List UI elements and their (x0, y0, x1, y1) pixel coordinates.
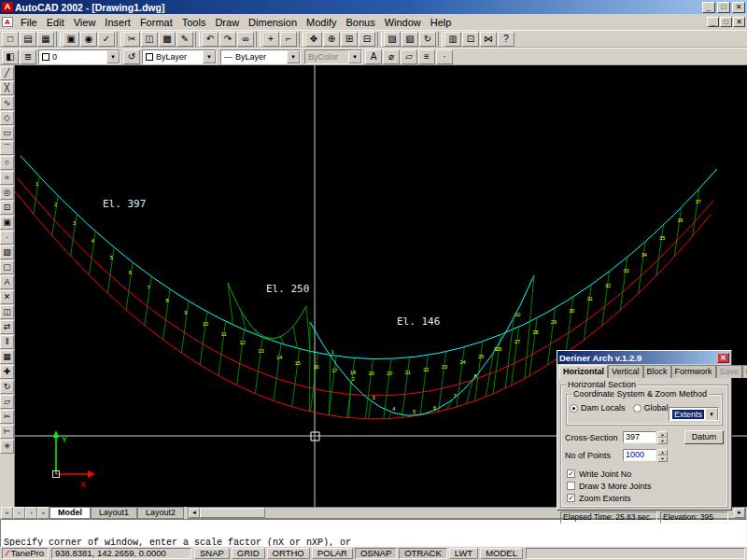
chevron-down-icon[interactable]: ▼ (203, 50, 216, 63)
menu-item-bonus[interactable]: Bonus (341, 16, 379, 29)
dialog-title-bar[interactable]: Deriner Arch v.1.2.9 ✕ (557, 351, 731, 364)
offset-icon[interactable]: ‖ (0, 335, 14, 349)
paste-icon[interactable]: ▩ (159, 32, 176, 47)
checkbox-zoom-extents[interactable]: ✓Zoom Extents (567, 492, 724, 504)
help-icon[interactable]: ? (498, 32, 514, 47)
tab-layout1[interactable]: Layout1 (91, 507, 137, 519)
cross-section-input[interactable]: 397 (623, 431, 656, 443)
color-combo[interactable]: ByLayer ▼ (142, 49, 217, 64)
layer-previous-icon[interactable]: ↺ (123, 49, 140, 64)
pan-realtime-icon[interactable]: ✥ (305, 32, 322, 47)
new-icon[interactable]: □ (2, 32, 19, 47)
erase-icon[interactable]: ✕ (0, 290, 14, 304)
print-icon[interactable]: ▣ (63, 32, 79, 47)
points-stepper[interactable]: ▲ ▼ (657, 449, 668, 462)
trim-icon[interactable]: ✂ (0, 410, 14, 424)
dbconnect-icon[interactable]: ⋈ (480, 32, 497, 47)
tab-nav-last-icon[interactable]: » (37, 507, 49, 519)
3d-orbit-icon[interactable]: ↻ (419, 32, 436, 47)
linetype-combo[interactable]: — ByLayer ▼ (220, 49, 301, 64)
tab-nav-previous-icon[interactable]: ‹ (13, 507, 25, 519)
statusbar-toggle-model[interactable]: MODEL (480, 548, 523, 559)
spinner-up-icon[interactable]: ▲ (657, 449, 668, 455)
mdi-child-icon[interactable]: A (2, 17, 13, 27)
checkbox-write-joint-no[interactable]: ✓Write Joint No (567, 468, 724, 480)
polygon-icon[interactable]: ◇ (0, 111, 14, 125)
statusbar-toggle-lwt[interactable]: LWT (449, 548, 478, 559)
statusbar-toggle-ortho[interactable]: ORTHO (267, 548, 310, 559)
tab-nav-first-icon[interactable]: « (1, 507, 13, 519)
spinner-down-icon[interactable]: ▼ (657, 438, 668, 444)
zoom-previous-icon[interactable]: ⊟ (359, 32, 375, 47)
copy-icon[interactable]: ◫ (141, 32, 158, 47)
menu-item-help[interactable]: Help (426, 16, 457, 29)
properties-icon[interactable]: ▥ (444, 32, 461, 47)
zoom-realtime-icon[interactable]: ⊕ (323, 32, 340, 47)
scroll-right-icon[interactable]: ► (734, 508, 745, 518)
menu-item-modify[interactable]: Modify (302, 16, 341, 29)
statusbar-toggle-osnap[interactable]: OSNAP (355, 548, 397, 559)
distance-icon[interactable]: ⌀ (383, 49, 400, 64)
zoom-method-combo[interactable]: Extents ▼ (669, 407, 719, 421)
mirror-icon[interactable]: ⇄ (0, 320, 14, 334)
insert-hyperlink-icon[interactable]: ∞ (237, 32, 254, 47)
tab-save[interactable]: Save (716, 365, 743, 378)
chevron-down-icon[interactable]: ▼ (705, 408, 718, 421)
save-icon[interactable]: ▦ (37, 32, 54, 47)
layer-combo[interactable]: 0 ▼ (38, 49, 120, 64)
temporary-tracking-icon[interactable]: + (262, 32, 279, 47)
region-icon[interactable]: ▢ (0, 260, 14, 274)
named-views-icon[interactable]: ▧ (402, 32, 418, 47)
menu-item-insert[interactable]: Insert (100, 16, 135, 29)
aerial-view-icon[interactable]: ▨ (384, 32, 401, 47)
scrollbar-thumb[interactable] (200, 508, 265, 518)
coordinates-readout[interactable]: 938.8381, 142.2659, 0.0000 (51, 548, 191, 559)
spinner-down-icon[interactable]: ▼ (657, 455, 668, 462)
statusbar-toggle-otrack[interactable]: OTRACK (399, 548, 447, 559)
ellipse-icon[interactable]: ◎ (0, 186, 14, 200)
tab-model[interactable]: Model (49, 507, 91, 519)
tab-erase[interactable]: Erase (742, 365, 747, 378)
points-input[interactable]: 1000 (623, 449, 656, 461)
scroll-left-icon[interactable]: ◄ (189, 508, 200, 518)
drawing-canvas[interactable]: El. 397 El. 250 El. 146 Y X 123456789101… (15, 65, 747, 507)
explode-icon[interactable]: ✳ (0, 440, 14, 454)
radio-dam-locals[interactable]: Dam Locals (570, 403, 626, 413)
mdi-close-icon[interactable]: ✕ (733, 17, 745, 27)
menu-item-tools[interactable]: Tools (177, 16, 211, 29)
make-objects-layer-current-icon[interactable]: ◧ (2, 49, 19, 64)
dialog-close-icon[interactable]: ✕ (717, 353, 729, 363)
scale-icon[interactable]: ▱ (0, 395, 14, 409)
area-icon[interactable]: ▱ (401, 49, 417, 64)
hatch-icon[interactable]: ▨ (0, 245, 14, 259)
mdi-restore-icon[interactable]: □ (720, 17, 732, 27)
locate-point-icon[interactable]: · (436, 49, 453, 64)
statusbar-toggle-grid[interactable]: GRID (232, 548, 265, 559)
polyline-icon[interactable]: ∿ (0, 96, 14, 110)
tab-horizontal[interactable]: Horizontal (559, 365, 608, 378)
tab-layout2[interactable]: Layout2 (137, 507, 184, 519)
construction-line-icon[interactable]: ╳ (0, 81, 14, 95)
rotate-icon[interactable]: ↻ (0, 380, 14, 394)
insert-block-icon[interactable]: ⊡ (0, 201, 14, 215)
checkbox-draw-3-more-joints[interactable]: Draw 3 More Joints (567, 480, 724, 492)
menu-item-file[interactable]: File (16, 16, 42, 29)
close-icon[interactable]: ✕ (732, 2, 745, 13)
tab-block[interactable]: Block (643, 365, 671, 378)
cut-icon[interactable]: ✂ (123, 32, 140, 47)
menu-item-view[interactable]: View (69, 16, 101, 29)
move-icon[interactable]: ✚ (0, 365, 14, 379)
array-icon[interactable]: ▦ (0, 350, 14, 364)
statusbar-toggle-polar[interactable]: POLAR (312, 548, 353, 559)
mdi-minimize-icon[interactable]: _ (707, 17, 719, 27)
circle-icon[interactable]: ○ (0, 156, 14, 170)
cross-section-stepper[interactable]: ▲ ▼ (657, 431, 668, 444)
spinner-up-icon[interactable]: ▲ (657, 431, 668, 438)
minimize-icon[interactable]: _ (702, 2, 715, 13)
menu-item-dimension[interactable]: Dimension (244, 16, 302, 29)
redo-icon[interactable]: ↷ (219, 32, 236, 47)
line-icon[interactable]: ╱ (0, 66, 14, 80)
match-properties-icon[interactable]: ✎ (176, 32, 193, 47)
point-icon[interactable]: · (0, 231, 14, 245)
spelling-icon[interactable]: ✓ (98, 32, 115, 47)
